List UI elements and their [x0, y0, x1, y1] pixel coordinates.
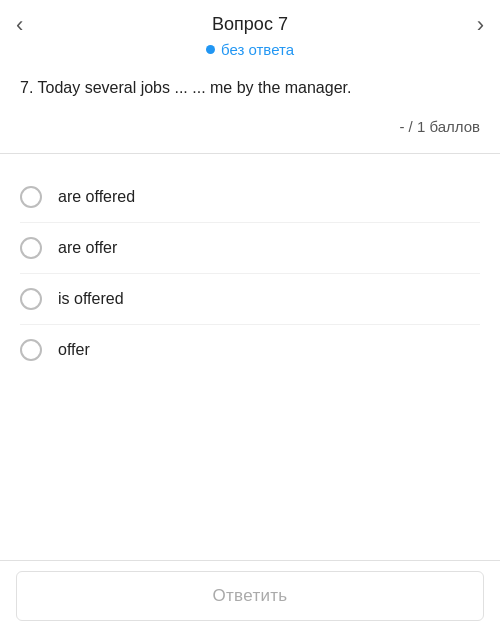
radio-circle-1[interactable]	[20, 186, 42, 208]
score-text: - / 1 баллов	[399, 118, 480, 135]
answer-button[interactable]: Ответить	[16, 571, 484, 621]
question-number: Вопрос 7	[212, 14, 288, 35]
option-item-4[interactable]: offer	[20, 325, 480, 375]
radio-circle-3[interactable]	[20, 288, 42, 310]
options-container: are offered are offer is offered offer	[0, 164, 500, 383]
status-row: без ответа	[0, 41, 500, 58]
radio-circle-2[interactable]	[20, 237, 42, 259]
option-item-3[interactable]: is offered	[20, 274, 480, 325]
score-display: - / 1 баллов	[0, 110, 500, 153]
option-label-2: are offer	[58, 239, 117, 257]
prev-arrow[interactable]: ‹	[16, 12, 23, 38]
option-label-1: are offered	[58, 188, 135, 206]
next-arrow[interactable]: ›	[477, 12, 484, 38]
option-item-1[interactable]: are offered	[20, 172, 480, 223]
option-item-2[interactable]: are offer	[20, 223, 480, 274]
option-label-4: offer	[58, 341, 90, 359]
status-dot-icon	[206, 45, 215, 54]
question-text: 7. Today several jobs ... ... me by the …	[0, 76, 500, 110]
divider	[0, 153, 500, 154]
bottom-bar: Ответить	[0, 560, 500, 635]
radio-circle-4[interactable]	[20, 339, 42, 361]
option-label-3: is offered	[58, 290, 124, 308]
header: ‹ Вопрос 7 ›	[0, 0, 500, 41]
status-label: без ответа	[221, 41, 294, 58]
